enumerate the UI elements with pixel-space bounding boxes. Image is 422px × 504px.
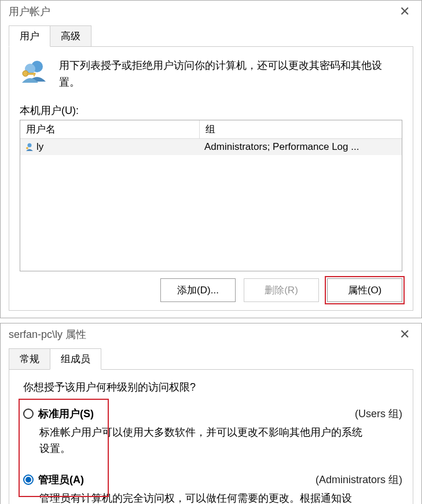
tab-panel-membership: 你想授予该用户何种级别的访问权限? 标准用户(S) (Users 组) 标准帐户…: [9, 369, 413, 504]
user-list[interactable]: 用户名 组 ly Administrators; Performance Log…: [20, 120, 402, 271]
radio-icon: [23, 409, 34, 419]
option-group-hint: (Administrators 组): [315, 473, 402, 487]
tab-group-membership[interactable]: 组成员: [50, 348, 101, 370]
tab-advanced[interactable]: 高级: [50, 25, 91, 47]
svg-point-6: [26, 147, 28, 149]
remove-button: 删除(R): [244, 278, 319, 302]
table-row[interactable]: ly Administrators; Performance Log ...: [20, 139, 402, 155]
tabs: 常规 组成员: [9, 348, 421, 369]
svg-rect-4: [34, 73, 35, 76]
intro-row: 用下列表授予或拒绝用户访问你的计算机，还可以更改其密码和其他设置。: [20, 57, 402, 91]
cell-username: ly: [20, 140, 200, 154]
window-title: 用户帐户: [9, 5, 50, 19]
properties-button[interactable]: 属性(O): [327, 278, 402, 302]
cell-group: Administrators; Performance Log ...: [200, 140, 402, 154]
radio-icon: [23, 474, 34, 485]
option-group-hint: (Users 组): [355, 407, 402, 421]
user-accounts-window: 用户帐户 ✕ 用户 高级 用下列表授予或拒绝用户访问你的计算机，还可以更改其密码…: [0, 0, 422, 318]
svg-point-5: [28, 143, 32, 147]
user-properties-window: serfan-pc\ly 属性 ✕ 常规 组成员 你想授予该用户何种级别的访问权…: [0, 323, 422, 504]
user-list-header: 用户名 组: [20, 120, 402, 139]
option-standard-user: 标准用户(S) (Users 组) 标准帐户用户可以使用大多数软件，并可以更改不…: [23, 407, 402, 457]
tabs: 用户 高级: [9, 25, 421, 46]
local-users-label: 本机用户(U):: [20, 104, 402, 117]
button-row: 添加(D)... 删除(R) 属性(O): [20, 278, 402, 302]
tab-users[interactable]: 用户: [9, 25, 50, 47]
option-label: 标准用户(S): [38, 407, 94, 421]
titlebar: serfan-pc\ly 属性 ✕: [1, 323, 421, 343]
option-description: 标准帐户用户可以使用大多数软件，并可以更改不影响其他用户的系统设置。: [39, 424, 364, 457]
access-level-question: 你想授予该用户何种级别的访问权限?: [23, 380, 402, 394]
radio-standard-user[interactable]: 标准用户(S): [23, 407, 94, 421]
user-icon: [25, 142, 34, 152]
option-administrator: 管理员(A) (Administrators 组) 管理员有计算机的完全访问权，…: [23, 473, 402, 504]
window-title: serfan-pc\ly 属性: [9, 328, 86, 341]
username-text: ly: [36, 141, 43, 153]
options: 标准用户(S) (Users 组) 标准帐户用户可以使用大多数软件，并可以更改不…: [20, 407, 402, 504]
close-icon[interactable]: ✕: [395, 4, 414, 19]
titlebar: 用户帐户 ✕: [1, 1, 421, 20]
radio-administrator[interactable]: 管理员(A): [23, 473, 84, 487]
add-button[interactable]: 添加(D)...: [160, 278, 236, 302]
tab-panel-users: 用下列表授予或拒绝用户访问你的计算机，还可以更改其密码和其他设置。 本机用户(U…: [9, 46, 413, 311]
tab-general[interactable]: 常规: [9, 348, 50, 370]
intro-text: 用下列表授予或拒绝用户访问你的计算机，还可以更改其密码和其他设置。: [59, 57, 402, 91]
close-icon[interactable]: ✕: [395, 327, 414, 342]
column-username[interactable]: 用户名: [20, 120, 200, 138]
option-description: 管理员有计算机的完全访问权，可以做任何需要的更改。根据通知设置，可能会要求管理员…: [39, 490, 364, 504]
column-group[interactable]: 组: [200, 120, 402, 138]
users-key-icon: [20, 57, 49, 86]
option-label: 管理员(A): [38, 473, 84, 487]
